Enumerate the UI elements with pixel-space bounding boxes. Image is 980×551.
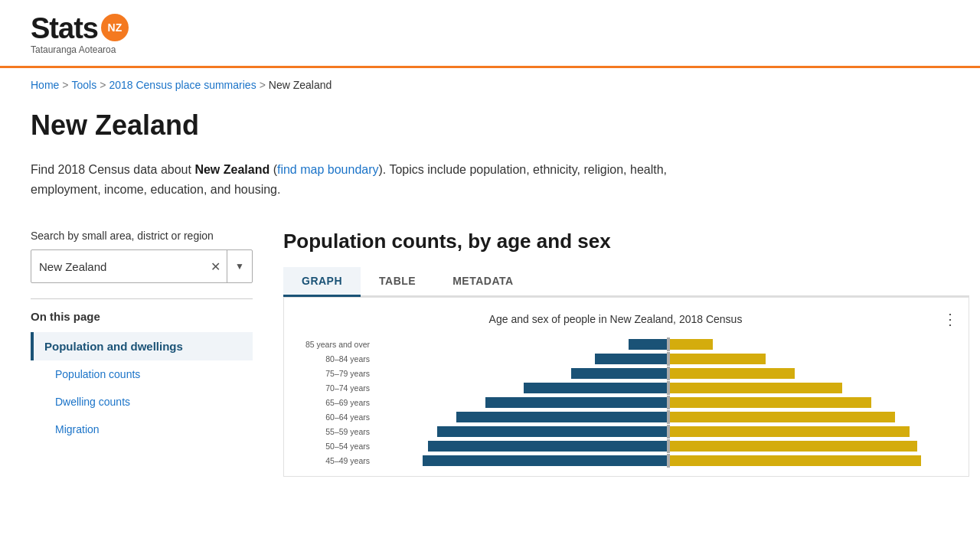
breadcrumb: Home > Tools > 2018 Census place summari… [0, 68, 980, 102]
find-map-boundary-link[interactable]: find map boundary [277, 163, 379, 176]
chart-header: Age and sex of people in New Zealand, 20… [292, 310, 961, 328]
bar-left-container [376, 383, 667, 393]
breadcrumb-sep-1: > [62, 79, 68, 91]
search-input[interactable] [31, 250, 204, 282]
sidebar: Search by small area, district or region… [31, 230, 253, 477]
logo: Stats NZ Tatauranga Aotearoa [31, 14, 129, 55]
breadcrumb-current: New Zealand [269, 79, 332, 91]
bar-male [456, 412, 667, 422]
bar-female [670, 441, 917, 452]
chart-menu-button[interactable]: ⋮ [939, 310, 961, 328]
sidebar-item-population-counts[interactable]: Population counts [31, 360, 253, 388]
search-label: Search by small area, district or region [31, 230, 253, 242]
pyramid-age-label: 75–79 years [292, 369, 376, 378]
bar-female [670, 383, 842, 393]
bar-right-container [670, 455, 961, 466]
bar-right-container [670, 354, 961, 364]
bar-male [524, 383, 668, 393]
bar-left-container [376, 354, 667, 364]
bar-female [670, 339, 713, 350]
chart-container: Age and sex of people in New Zealand, 20… [283, 297, 969, 477]
chart-title: Age and sex of people in New Zealand, 20… [292, 313, 939, 325]
sidebar-item-migration[interactable]: Migration [31, 416, 253, 443]
bar-right-container [670, 397, 961, 408]
bar-male [423, 455, 667, 466]
pyramid-row: 60–64 years [292, 410, 961, 424]
desc-before: Find 2018 Census data about [31, 163, 194, 176]
bar-female [670, 455, 921, 466]
page-title: New Zealand [31, 109, 949, 142]
breadcrumb-census[interactable]: 2018 Census place summaries [109, 79, 256, 91]
search-box: ✕ ▼ [31, 249, 253, 283]
bar-right-container [670, 441, 961, 452]
bar-left-container [376, 441, 667, 452]
pyramid-row: 45–49 years [292, 454, 961, 468]
sidebar-item-dwelling-counts[interactable]: Dwelling counts [31, 388, 253, 416]
sidebar-item-population-dwellings[interactable]: Population and dwellings [31, 332, 253, 360]
pyramid-age-label: 70–74 years [292, 383, 376, 393]
bar-left-container [376, 426, 667, 437]
tab-metadata[interactable]: METADATA [434, 267, 531, 297]
pyramid-row: 75–79 years [292, 367, 961, 380]
pyramid-age-label: 60–64 years [292, 412, 376, 422]
bar-female [670, 397, 871, 408]
bar-right-container [670, 412, 961, 422]
desc-bold: New Zealand [194, 163, 270, 176]
pyramid-age-label: 55–59 years [292, 427, 376, 436]
bar-right-container [670, 383, 961, 393]
pyramid-age-label: 85 years and over [292, 340, 376, 349]
tabs: GRAPH TABLE METADATA [283, 267, 969, 297]
bar-left-container [376, 455, 667, 466]
bar-male [629, 339, 667, 350]
bar-left-container [376, 339, 667, 350]
tab-graph[interactable]: GRAPH [283, 267, 361, 297]
sidebar-nav: Population and dwellings Population coun… [31, 332, 253, 443]
breadcrumb-sep-2: > [100, 79, 106, 91]
bar-left-container [376, 412, 667, 422]
logo-text: Stats [31, 14, 98, 43]
bar-female [670, 426, 910, 437]
page-description: Find 2018 Census data about New Zealand … [31, 160, 720, 199]
breadcrumb-tools[interactable]: Tools [72, 79, 97, 91]
sidebar-divider [31, 298, 253, 299]
breadcrumb-home[interactable]: Home [31, 79, 59, 91]
search-clear-button[interactable]: ✕ [204, 259, 227, 274]
logo-subtitle: Tatauranga Aotearoa [31, 44, 129, 55]
pyramid-row: 55–59 years [292, 425, 961, 439]
bar-right-container [670, 368, 961, 379]
pyramid-age-label: 80–84 years [292, 354, 376, 364]
pyramid-row: 80–84 years [292, 352, 961, 366]
tab-table[interactable]: TABLE [361, 267, 434, 297]
breadcrumb-sep-3: > [260, 79, 266, 91]
bar-male [485, 397, 668, 408]
pyramid-age-label: 65–69 years [292, 398, 376, 407]
pyramid-age-label: 45–49 years [292, 456, 376, 465]
bar-male [571, 368, 667, 379]
bar-female [670, 412, 895, 422]
content-area: Population counts, by age and sex GRAPH … [283, 230, 969, 477]
bar-male [437, 426, 667, 437]
pyramid-age-label: 50–54 years [292, 442, 376, 451]
on-this-page-label: On this page [31, 310, 253, 323]
site-header: Stats NZ Tatauranga Aotearoa [0, 0, 980, 68]
bar-right-container [670, 339, 961, 350]
section-title: Population counts, by age and sex [283, 230, 969, 253]
main-layout: Search by small area, district or region… [0, 214, 980, 477]
logo-badge: NZ [101, 14, 129, 41]
bar-female [670, 354, 766, 364]
page-title-area: New Zealand Find 2018 Census data about … [0, 102, 980, 214]
pyramid-row: 65–69 years [292, 396, 961, 409]
bar-left-container [376, 397, 667, 408]
bar-right-container [670, 426, 961, 437]
pyramid-row: 85 years and over [292, 337, 961, 351]
population-pyramid: 85 years and over80–84 years75–79 years7… [292, 337, 961, 468]
bar-male [595, 354, 667, 364]
bar-left-container [376, 368, 667, 379]
pyramid-row: 50–54 years [292, 439, 961, 453]
bar-male [428, 441, 668, 452]
pyramid-row: 70–74 years [292, 381, 961, 395]
bar-female [670, 368, 795, 379]
search-dropdown-button[interactable]: ▼ [227, 250, 252, 282]
